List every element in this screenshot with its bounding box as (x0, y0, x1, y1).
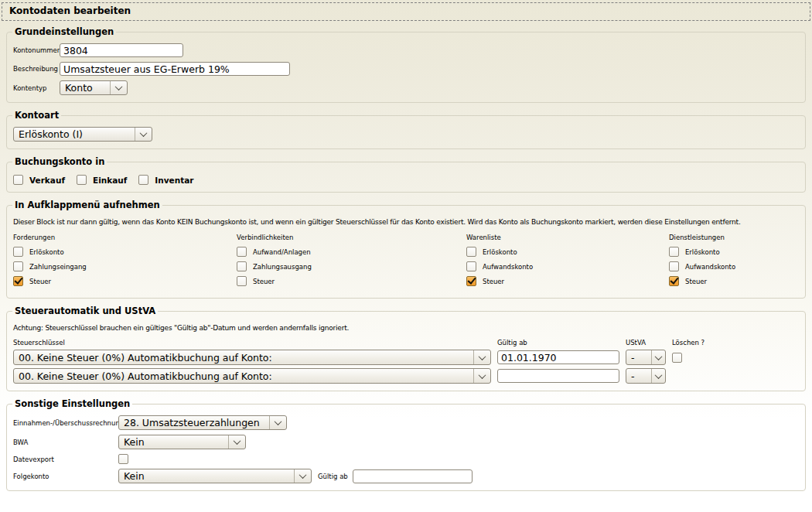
beschreibung-label: Beschreibung (13, 65, 60, 73)
col-gueltig-ab-label: Gültig ab (497, 339, 619, 346)
euer-row: Einnahmen-/Überschussrechnung 28. Umsatz… (13, 415, 799, 430)
group-forderungen: Forderungen Erlöskonto Zahlungseingang S… (13, 234, 237, 291)
section-buchungskonto-legend: Buchungskonto in (12, 156, 107, 167)
verkauf-checkbox[interactable] (13, 175, 23, 185)
section-aufklappmenu-legend: In Aufklappmenü aufnehmen (12, 200, 162, 210)
euer-label: Einnahmen-/Überschussrechnung (13, 419, 118, 427)
group-verbindlichkeiten-title: Verbindlichkeiten (237, 234, 466, 241)
loeschen-checkbox-1[interactable] (672, 353, 682, 363)
chevron-down-icon (110, 81, 127, 94)
euer-selected-value: 28. Umsatzsteuerzahlungen (124, 417, 260, 428)
gueltig-ab-input-1[interactable] (497, 350, 619, 364)
beschreibung-input[interactable] (60, 62, 290, 76)
steuerschluessel-selected-value: 00. Keine Steuer (0%) Automatikbuchung a… (19, 352, 272, 364)
chevron-down-icon (473, 350, 490, 364)
checkbox-option: Steuer (669, 276, 799, 286)
beschreibung-row: Beschreibung (13, 62, 799, 76)
kontentyp-label: Kontentyp (13, 84, 60, 92)
option-label: Steuer (253, 278, 275, 285)
verbindlichkeiten-aufwand-checkbox[interactable] (237, 247, 247, 257)
steuerautomatik-warning: Achtung: Steuerschlüssel brauchen ein gü… (13, 324, 799, 332)
verbindlichkeiten-zahlungsausgang-checkbox[interactable] (237, 261, 247, 271)
option-label: Aufwandskonto (483, 263, 533, 271)
folgekonto-gueltig-ab-input[interactable] (353, 469, 473, 483)
forderungen-zahlungseingang-checkbox[interactable] (13, 261, 23, 271)
warenliste-aufwandskonto-checkbox[interactable] (466, 261, 476, 271)
bwa-select[interactable]: Kein (118, 435, 246, 449)
dienstleistungen-steuer-checkbox[interactable] (669, 276, 679, 286)
option-label: Erlöskonto (29, 248, 64, 256)
group-dienstleistungen: Dienstleistungen Erlöskonto Aufwandskont… (669, 234, 799, 291)
einkauf-label: Einkauf (93, 176, 127, 185)
kontoart-select[interactable]: Erlöskonto (I) (13, 127, 152, 142)
section-steuerautomatik-legend: Steuerautomatik und UStVA (12, 305, 158, 316)
option-label: Erlöskonto (483, 248, 517, 256)
ustva-select-2[interactable]: - (626, 368, 666, 384)
section-grundeinstellungen: Grundeinstellungen Kontonummer Beschreib… (6, 26, 806, 103)
steuerschluessel-select-1[interactable]: 00. Keine Steuer (0%) Automatikbuchung a… (13, 350, 491, 365)
col-ustva-label: UStVA (626, 339, 666, 346)
folgekonto-select[interactable]: Kein (118, 469, 312, 483)
chevron-down-icon (651, 350, 665, 364)
dienstleistungen-aufwandskonto-checkbox[interactable] (669, 261, 679, 271)
kontonummer-input[interactable] (60, 43, 183, 57)
verbindlichkeiten-steuer-checkbox[interactable] (237, 276, 247, 286)
section-sonstige-legend: Sonstige Einstellungen (12, 398, 132, 409)
section-grundeinstellungen-legend: Grundeinstellungen (12, 26, 116, 37)
kontentyp-selected-value: Konto (65, 82, 93, 94)
check-icon (467, 275, 476, 285)
aufklappmenu-description: Dieser Block ist nur dann gültig, wenn d… (13, 218, 799, 226)
group-warenliste: Warenliste Erlöskonto Aufwandskonto Steu… (466, 234, 669, 291)
inventar-checkbox[interactable] (138, 175, 148, 185)
warenliste-erloeskonto-checkbox[interactable] (466, 247, 476, 257)
forderungen-steuer-checkbox[interactable] (13, 276, 23, 286)
page-title: Kontodaten bearbeiten (2, 2, 810, 21)
checkbox-option: Steuer (237, 276, 466, 286)
chevron-down-icon (228, 435, 245, 449)
folgekonto-label: Folgekonto (13, 473, 118, 480)
kontentyp-select[interactable]: Konto (60, 80, 128, 95)
option-label: Erlöskonto (685, 248, 720, 256)
option-label: Steuer (29, 278, 51, 285)
checkbox-option: Zahlungsausgang (237, 261, 466, 271)
group-warenliste-title: Warenliste (466, 234, 669, 241)
ustva-selected-value: - (631, 352, 635, 364)
chevron-down-icon (651, 369, 665, 383)
bwa-row: BWA Kein (13, 435, 799, 449)
option-label: Aufwandskonto (685, 263, 735, 271)
col-loeschen-label: Löschen ? (672, 339, 684, 346)
option-label: Zahlungseingang (29, 263, 87, 271)
chevron-down-icon (135, 128, 152, 141)
check-icon (670, 275, 678, 285)
option-label: Steuer (685, 278, 707, 285)
checkbox-option: Steuer (13, 276, 237, 286)
tax-row-1: 00. Keine Steuer (0%) Automatikbuchung a… (13, 350, 799, 365)
chevron-down-icon (294, 469, 311, 483)
datevexport-row: Datevexport (13, 454, 799, 464)
chevron-down-icon (269, 416, 286, 429)
kontonummer-row: Kontonummer (13, 43, 799, 57)
datevexport-checkbox[interactable] (118, 454, 128, 464)
option-label: Zahlungsausgang (253, 263, 312, 271)
section-kontoart-legend: Kontoart (12, 110, 61, 121)
check-icon (14, 275, 22, 285)
ustva-select-1[interactable]: - (626, 350, 666, 365)
einkauf-checkbox[interactable] (77, 175, 87, 185)
euer-select[interactable]: 28. Umsatzsteuerzahlungen (118, 415, 287, 430)
kontoart-selected-value: Erlöskonto (I) (19, 128, 83, 140)
tax-row-2: 00. Keine Steuer (0%) Automatikbuchung a… (13, 368, 799, 384)
gueltig-ab-input-2[interactable] (497, 369, 619, 383)
folgekonto-selected-value: Kein (124, 470, 145, 482)
warenliste-steuer-checkbox[interactable] (466, 276, 476, 286)
col-steuerschluessel-label: Steuerschlüssel (13, 339, 491, 346)
tax-table-header: Steuerschlüssel Gültig ab UStVA Löschen … (13, 339, 799, 346)
dienstleistungen-erloeskonto-checkbox[interactable] (669, 247, 679, 257)
folgekonto-gueltig-ab-label: Gültig ab (318, 473, 348, 480)
checkbox-option: Aufwandskonto (466, 261, 669, 271)
ustva-selected-value: - (631, 370, 635, 382)
option-label: Steuer (483, 278, 504, 285)
steuerschluessel-select-2[interactable]: 00. Keine Steuer (0%) Automatikbuchung a… (13, 368, 491, 384)
section-kontoart: Kontoart Erlöskonto (I) (6, 110, 806, 149)
forderungen-erloeskonto-checkbox[interactable] (13, 247, 23, 257)
inventar-option: Inventar (138, 175, 193, 185)
